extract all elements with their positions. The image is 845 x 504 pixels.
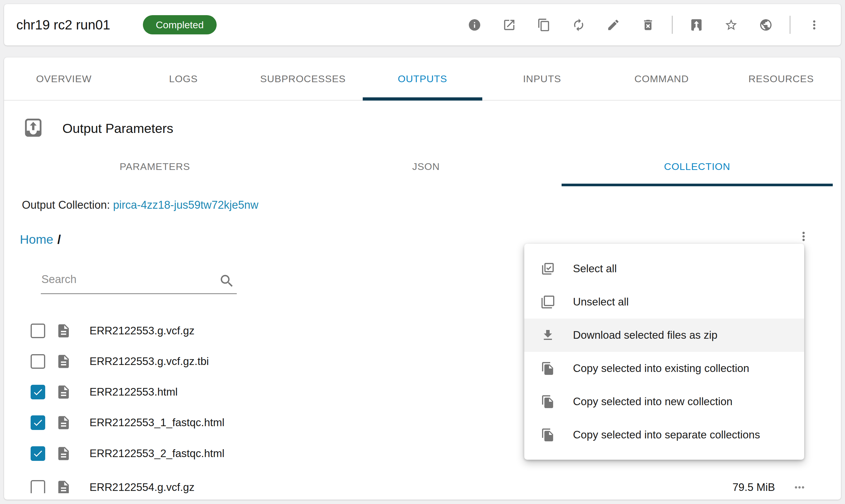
- menu-item-label: Select all: [573, 263, 617, 275]
- tab-outputs[interactable]: OUTPUTS: [363, 57, 482, 100]
- info-icon[interactable]: [468, 18, 481, 32]
- file-icon: [56, 446, 71, 462]
- breadcrumb: Home/: [20, 232, 61, 247]
- toolbar-divider: [790, 16, 790, 34]
- section-title: Output Parameters: [62, 121, 173, 136]
- check-icon: [32, 386, 43, 398]
- menu-item-label: Copy selected into existing collection: [573, 362, 749, 375]
- collection-uuid-link[interactable]: pirca-4zz18-jus59tw72kje5nw: [113, 199, 258, 211]
- select-all-icon: [541, 262, 555, 276]
- menu-item-unselect-all[interactable]: Unselect all: [524, 285, 804, 319]
- file-checkbox[interactable]: [31, 446, 45, 461]
- file-copy-icon: [541, 428, 555, 442]
- menu-item-select-all[interactable]: Select all: [524, 252, 804, 285]
- output-icon[interactable]: [689, 18, 703, 32]
- output-collection-line: Output Collection: pirca-4zz18-jus59tw72…: [22, 199, 258, 211]
- file-search-field: [41, 269, 237, 294]
- file-name[interactable]: ERR2122553.g.vcf.gz: [90, 325, 195, 337]
- favorite-star-icon[interactable]: [724, 18, 738, 32]
- collection-context-menu: Select all Unselect all Download selecte…: [524, 244, 804, 460]
- process-page: chr19 rc2 run01 Completed OVERVIEW LOGS …: [0, 0, 845, 504]
- collection-more-vertical-icon[interactable]: [796, 229, 811, 244]
- file-copy-icon: [541, 395, 555, 409]
- check-icon: [32, 448, 43, 459]
- file-checkbox[interactable]: [31, 324, 45, 338]
- file-icon: [56, 384, 71, 400]
- download-icon: [541, 328, 555, 342]
- tab-command[interactable]: COMMAND: [602, 57, 721, 100]
- tab-overview[interactable]: OVERVIEW: [4, 57, 124, 100]
- process-tabs: OVERVIEW LOGS SUBPROCESSES OUTPUTS INPUT…: [4, 57, 841, 101]
- public-globe-icon[interactable]: [759, 18, 773, 32]
- file-checkbox[interactable]: [31, 480, 45, 493]
- file-icon: [56, 415, 71, 431]
- check-icon: [32, 417, 43, 428]
- status-badge: Completed: [143, 15, 216, 34]
- file-icon: [56, 354, 71, 369]
- subtab-json[interactable]: JSON: [290, 159, 562, 174]
- file-name[interactable]: ERR2122554.g.vcf.gz: [90, 481, 195, 493]
- file-name[interactable]: ERR2122553.g.vcf.gz.tbi: [90, 355, 209, 367]
- active-tab-indicator: [363, 97, 482, 101]
- file-row[interactable]: ERR2122554.g.vcf.gz 79.5 MiB: [4, 479, 841, 493]
- subtab-collection[interactable]: COLLECTION: [562, 159, 833, 174]
- more-vertical-icon[interactable]: [807, 18, 821, 32]
- tab-inputs[interactable]: INPUTS: [482, 57, 602, 100]
- file-copy-icon: [541, 361, 555, 375]
- menu-item-label: Unselect all: [573, 296, 629, 308]
- copy-icon[interactable]: [537, 18, 551, 32]
- breadcrumb-separator: /: [57, 232, 61, 246]
- menu-item-label: Copy selected into separate collections: [573, 429, 760, 441]
- tab-resources[interactable]: RESOURCES: [721, 57, 841, 100]
- file-size: 79.5 MiB: [689, 481, 775, 493]
- file-icon: [56, 480, 71, 493]
- menu-item-copy-separate[interactable]: Copy selected into separate collections: [524, 418, 804, 452]
- menu-item-download-zip[interactable]: Download selected files as zip: [524, 319, 804, 352]
- delete-icon[interactable]: [641, 18, 655, 32]
- unselect-all-icon: [541, 295, 555, 309]
- open-in-new-icon[interactable]: [502, 18, 516, 32]
- file-checkbox[interactable]: [31, 415, 45, 430]
- toolbar-divider: [672, 16, 673, 34]
- header-action-toolbar: [468, 16, 821, 34]
- search-input[interactable]: [41, 269, 217, 290]
- menu-item-copy-existing[interactable]: Copy selected into existing collection: [524, 352, 804, 385]
- output-collection-label: Output Collection:: [22, 199, 110, 211]
- file-name[interactable]: ERR2122553_2_fastqc.html: [90, 447, 224, 460]
- file-checkbox[interactable]: [31, 354, 45, 369]
- file-name[interactable]: ERR2122553.html: [90, 386, 178, 398]
- search-icon: [219, 273, 235, 289]
- breadcrumb-home-link[interactable]: Home: [20, 232, 53, 246]
- menu-item-copy-new[interactable]: Copy selected into new collection: [524, 385, 804, 418]
- file-icon: [56, 323, 71, 339]
- tab-logs[interactable]: LOGS: [124, 57, 243, 100]
- process-header: chr19 rc2 run01 Completed: [4, 4, 841, 46]
- menu-item-label: Download selected files as zip: [573, 329, 718, 341]
- file-checkbox[interactable]: [31, 385, 45, 399]
- page-title: chr19 rc2 run01: [16, 17, 110, 33]
- rerun-icon[interactable]: [572, 18, 586, 32]
- menu-item-label: Copy selected into new collection: [573, 396, 733, 408]
- active-subtab-indicator: [562, 184, 833, 186]
- row-more-horizontal-icon[interactable]: [792, 480, 807, 493]
- file-name[interactable]: ERR2122553_1_fastqc.html: [90, 417, 224, 429]
- subtab-parameters[interactable]: PARAMETERS: [19, 159, 290, 174]
- tab-subprocesses[interactable]: SUBPROCESSES: [243, 57, 363, 100]
- edit-icon[interactable]: [607, 18, 620, 32]
- output-parameters-icon: [23, 118, 43, 138]
